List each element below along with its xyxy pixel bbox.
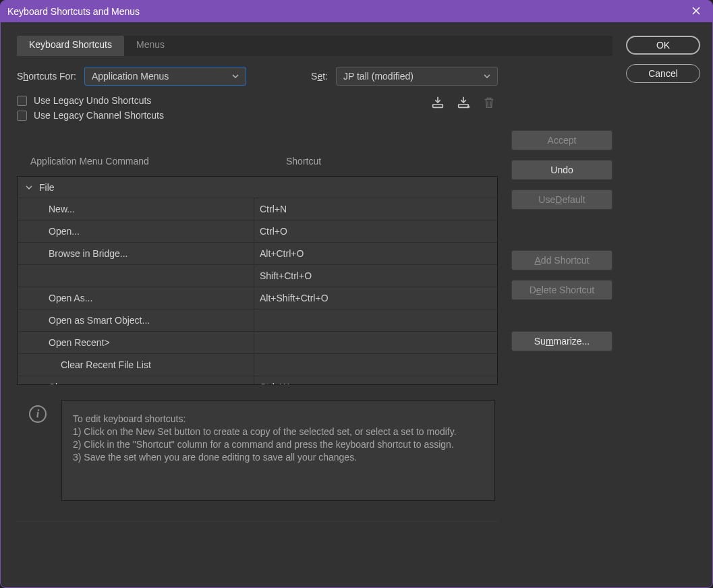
col-header-shortcut: Shortcut	[273, 156, 484, 167]
cell-command: Open Recent>	[18, 337, 254, 348]
list-item[interactable]: Browse in Bridge... Alt+Ctrl+O	[18, 243, 497, 265]
label-legacy-channel: Use Legacy Channel Shortcuts	[34, 110, 164, 121]
cell-command: Clear Recent File List	[18, 359, 254, 370]
info-line: 2) Click in the "Shortcut" column for a …	[73, 438, 484, 451]
cell-shortcut[interactable]	[254, 310, 497, 331]
options-and-tools: Use Legacy Undo Shortcuts Use Legacy Cha…	[17, 95, 498, 142]
label-shortcuts-for: Shortcuts For:	[17, 71, 76, 82]
trash-icon	[482, 95, 496, 113]
cell-shortcut[interactable]: Ctrl+N	[254, 198, 497, 220]
dialog-window: Keyboard Shortcuts and Menus Keyboard Sh…	[0, 0, 713, 588]
cell-shortcut[interactable]	[254, 354, 497, 376]
section-file[interactable]: File	[18, 177, 497, 198]
checkbox-legacy-undo[interactable]	[17, 96, 27, 106]
check-legacy-undo-row[interactable]: Use Legacy Undo Shortcuts	[17, 95, 498, 106]
center-block: Shortcuts For: Application Menus Set:	[17, 63, 498, 575]
tab-row: Keyboard Shortcuts Menus	[17, 36, 612, 56]
content-row: Shortcuts For: Application Menus Set:	[17, 63, 612, 575]
select-set-value: JP tall (modified)	[343, 71, 478, 82]
main-column: Keyboard Shortcuts Menus Shortcuts For: …	[17, 36, 612, 575]
select-shortcuts-for-value: Application Menus	[92, 71, 227, 82]
list-item[interactable]: Open As... Alt+Shift+Ctrl+O	[18, 287, 497, 310]
list-item[interactable]: Shift+Ctrl+O	[18, 265, 497, 287]
info-icon: i	[29, 405, 47, 423]
window-title: Keyboard Shortcuts and Menus	[7, 6, 687, 17]
check-legacy-channel-row[interactable]: Use Legacy Channel Shortcuts	[17, 110, 498, 121]
list-item[interactable]: Open... Ctrl+O	[18, 220, 497, 243]
tab-keyboard-shortcuts[interactable]: Keyboard Shortcuts	[17, 36, 124, 56]
select-set[interactable]: JP tall (modified)	[336, 67, 498, 86]
label-legacy-undo: Use Legacy Undo Shortcuts	[34, 95, 151, 106]
info-line: 3) Save the set when you are done editin…	[73, 451, 484, 464]
cell-shortcut[interactable]: Alt+Ctrl+O	[254, 243, 497, 264]
chevron-down-icon	[484, 73, 490, 80]
save-set-icon	[430, 95, 445, 113]
new-set-button[interactable]	[455, 95, 472, 113]
cell-shortcut[interactable]: Alt+Shift+Ctrl+O	[254, 287, 497, 309]
cell-command: Open as Smart Object...	[18, 315, 254, 326]
add-shortcut-button: Add Shortcut	[511, 250, 612, 270]
info-text: To edit keyboard shortcuts: 1) Click on …	[61, 400, 495, 501]
cell-command: New...	[18, 204, 254, 214]
grid-header: Application Menu Command Shortcut	[17, 149, 498, 176]
svg-rect-0	[433, 105, 443, 108]
chevron-down-icon	[26, 184, 32, 191]
accept-button: Accept	[511, 130, 612, 150]
list-item[interactable]: Close Ctrl+W	[18, 376, 497, 385]
new-set-icon	[456, 95, 471, 113]
shortcuts-listbox[interactable]: File New... Ctrl+N Open... Ctrl+O Browse…	[17, 176, 498, 385]
separator	[17, 521, 498, 522]
select-shortcuts-for[interactable]: Application Menus	[84, 67, 246, 86]
set-toolbar	[429, 95, 498, 113]
cancel-button[interactable]: Cancel	[626, 64, 700, 83]
chevron-down-icon	[232, 73, 239, 80]
delete-shortcut-button: Delete Shortcut	[511, 280, 612, 300]
cell-command: Open...	[18, 226, 254, 237]
cell-shortcut[interactable]: Shift+Ctrl+O	[254, 265, 497, 287]
svg-rect-1	[459, 105, 469, 108]
ok-cancel-column: OK Cancel	[626, 36, 700, 575]
save-set-button[interactable]	[429, 95, 447, 113]
ok-button[interactable]: OK	[626, 36, 700, 55]
list-item[interactable]: Open as Smart Object...	[18, 310, 497, 332]
svg-point-2	[467, 106, 470, 109]
cell-shortcut[interactable]: Ctrl+W	[254, 376, 497, 385]
tab-menus[interactable]: Menus	[124, 36, 177, 56]
cell-command: Browse in Bridge...	[18, 248, 254, 259]
close-icon	[691, 6, 701, 18]
delete-set-button	[480, 95, 498, 113]
checkbox-legacy-channel[interactable]	[17, 111, 27, 121]
selects-row: Shortcuts For: Application Menus Set:	[17, 67, 498, 86]
info-line: To edit keyboard shortcuts:	[73, 413, 484, 425]
close-button[interactable]	[687, 2, 706, 21]
cell-command: Open As...	[18, 293, 254, 303]
section-file-label: File	[39, 182, 55, 193]
cell-shortcut[interactable]: Ctrl+O	[254, 220, 497, 242]
dialog-body: Keyboard Shortcuts Menus Shortcuts For: …	[1, 22, 712, 587]
list-item[interactable]: Clear Recent File List	[18, 354, 497, 376]
col-header-command: Application Menu Command	[30, 156, 273, 167]
undo-button[interactable]: Undo	[511, 160, 612, 180]
cell-shortcut[interactable]	[254, 332, 497, 353]
list-item[interactable]: New... Ctrl+N	[18, 198, 497, 220]
right-actions: Accept Undo Use Default Add Shortcut Del…	[511, 63, 612, 575]
label-set: Set:	[311, 71, 328, 82]
info-line: 1) Click on the New Set button to create…	[73, 425, 484, 438]
info-box: i To edit keyboard shortcuts: 1) Click o…	[17, 400, 498, 501]
title-bar: Keyboard Shortcuts and Menus	[1, 1, 712, 22]
use-default-button: Use Default	[511, 189, 612, 210]
summarize-button[interactable]: Summarize...	[511, 331, 612, 351]
cell-command: Close	[18, 382, 254, 385]
list-item[interactable]: Open Recent>	[18, 332, 497, 354]
